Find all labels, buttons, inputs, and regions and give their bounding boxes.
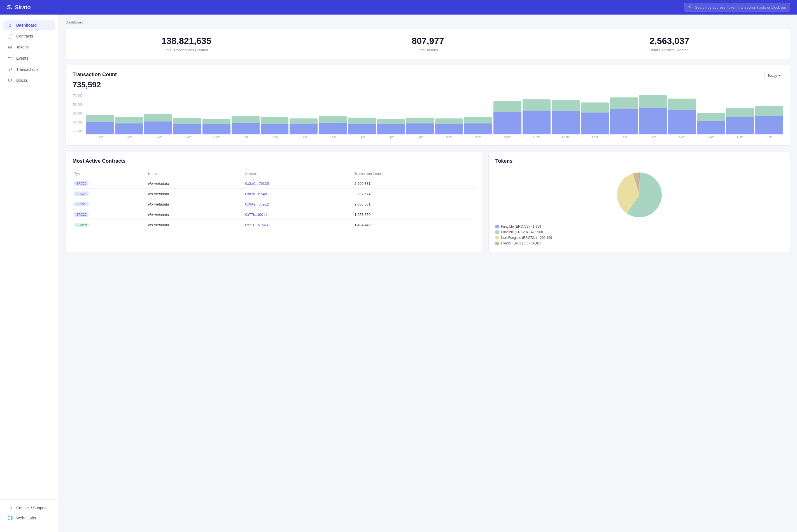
time-selector[interactable]: Today ▾ (764, 72, 783, 79)
contracts-title: Most Active Contracts (73, 158, 476, 164)
sidebar-label-tokens: Tokens (16, 45, 29, 49)
bar-group: 3 am (639, 94, 667, 139)
legend-label: Fungible (ERC777) - 1,954 (501, 225, 541, 228)
bar-blue (144, 121, 172, 134)
cell-name: No metadata (147, 189, 243, 199)
bar-green (523, 99, 551, 111)
stat-value-tokens: 807,977 (315, 36, 540, 46)
sidebar-item-blocks[interactable]: ⬡Blocks (3, 75, 55, 86)
bar-green (668, 98, 696, 110)
bar-stack (115, 117, 143, 134)
x-label: 9 pm (475, 135, 481, 139)
sidebar-label-contracts: Contracts (16, 34, 33, 38)
bar-green (552, 100, 580, 111)
x-label: 4 am (679, 135, 685, 139)
logo-text: Sirato (15, 4, 31, 11)
bar-blue (289, 124, 318, 134)
bar-blue (464, 124, 492, 134)
bar-stack (173, 118, 201, 134)
table-row: ERC20 No metadata 0x77b...f0011 1,957,35… (73, 209, 476, 220)
events-icon: 〜 (7, 55, 13, 61)
transactions-icon: ⇄ (7, 66, 13, 72)
bar-blue (377, 124, 405, 134)
time-selector-label: Today (767, 73, 777, 78)
bar-green (377, 119, 405, 124)
address-link[interactable]: 0x71F...615A4 (245, 223, 269, 227)
bar-stack (289, 118, 318, 134)
bar-group: 9 am (115, 94, 143, 139)
transaction-chart-card: Transaction Count Today ▾ 735,592 70,000… (65, 65, 790, 146)
bar-stack (610, 97, 638, 134)
search-bar[interactable]: 🔍 (684, 3, 790, 12)
bar-group: 10 pm (493, 94, 521, 139)
sidebar-item-transactions[interactable]: ⇄Transactions (3, 64, 55, 75)
sidebar-label-contact-support: Contact / Support (16, 506, 47, 510)
bar-blue (115, 124, 143, 134)
bar-stack (552, 100, 580, 134)
x-label: 11 pm (533, 135, 540, 139)
logo-icon: S. (7, 4, 13, 11)
sidebar-item-events[interactable]: 〜Events (3, 53, 55, 63)
cell-address[interactable]: 0x2aC...76335 (244, 178, 353, 189)
sidebar-nav: ⌂Dashboard📄Contracts◎Tokens〜Events⇄Trans… (0, 20, 59, 499)
cell-address[interactable]: 0x77b...f0011 (244, 209, 353, 220)
sidebar-bottom-web3-labs[interactable]: 🌐Web3 Labs (3, 513, 55, 523)
cell-address[interactable]: 0xd78...674a0 (244, 189, 353, 199)
bar-green (755, 106, 783, 116)
sidebar-item-contracts[interactable]: 📄Contracts (3, 31, 55, 41)
contracts-table: Type Name Address Transaction Count ERC2… (73, 170, 476, 230)
bar-group: 6 pm (377, 94, 405, 139)
bar-group: 12 pm (203, 94, 230, 139)
address-link[interactable]: 0x0Aa...669E2 (245, 202, 269, 206)
col-address: Address (244, 170, 353, 178)
sidebar-item-dashboard[interactable]: ⌂Dashboard (3, 20, 55, 30)
x-label: 7 pm (417, 135, 423, 139)
stats-row: 138,821,635 Total Transactions Created 8… (65, 29, 790, 59)
legend-color (495, 225, 499, 228)
bar-stack (464, 117, 492, 134)
search-input[interactable] (695, 5, 786, 10)
contracts-icon: 📄 (7, 33, 13, 39)
x-label: 8 pm (446, 135, 452, 139)
type-badge: ERC20 (74, 212, 89, 217)
chart-title: Transaction Count (73, 72, 117, 78)
table-row: ERC20 No metadata 0xd78...674a0 2,087,57… (73, 189, 476, 199)
bar-group: 11 pm (523, 94, 551, 139)
x-label: 5 pm (359, 135, 365, 139)
bar-stack (726, 108, 754, 134)
bar-blue (610, 109, 638, 134)
bar-blue (86, 122, 114, 134)
stat-total-contracts: 2,563,037 Total Contracts Created (549, 29, 790, 59)
legend-item: Fungible (ERC20) - 476,968 (495, 230, 783, 234)
cell-tx-count: 2,909,831 (353, 178, 475, 189)
legend-label: Non-Fungible (ERC721) - 292,199 (501, 236, 552, 240)
bar-blue (435, 124, 463, 134)
bar-stack (523, 99, 551, 134)
x-label: 2 pm (271, 135, 278, 139)
address-link[interactable]: 0x77b...f0011 (245, 212, 267, 217)
bar-stack (377, 119, 405, 134)
logo: S. Sirato (7, 4, 31, 11)
address-link[interactable]: 0x2aC...76335 (245, 182, 269, 186)
bar-blue (668, 110, 696, 134)
bar-blue (552, 111, 580, 134)
sidebar-item-tokens[interactable]: ◎Tokens (3, 42, 55, 52)
top-nav: S. Sirato 🔍 (0, 0, 797, 15)
bar-green (86, 115, 114, 122)
x-label: 12 am (562, 135, 570, 139)
bar-blue (755, 116, 783, 134)
bar-group: 3 pm (289, 94, 318, 139)
cell-name: No metadata (147, 199, 243, 209)
contracts-card: Most Active Contracts Type Name Address … (65, 151, 483, 252)
table-row: ERC20 No metadata 0x2aC...76335 2,909,83… (73, 178, 476, 189)
cell-address[interactable]: 0x0Aa...669E2 (244, 199, 353, 209)
x-label: 3 pm (301, 135, 307, 139)
address-link[interactable]: 0xd78...674a0 (245, 192, 268, 196)
sidebar-bottom-contact-support[interactable]: ⊙Contact / Support (3, 503, 55, 513)
blocks-icon: ⬡ (7, 78, 13, 83)
bar-group: 5 am (697, 94, 725, 139)
cell-address[interactable]: 0x71F...615A4 (244, 220, 353, 230)
bar-blue (581, 113, 609, 134)
bar-blue (493, 112, 521, 134)
sidebar-label-events: Events (16, 56, 28, 60)
